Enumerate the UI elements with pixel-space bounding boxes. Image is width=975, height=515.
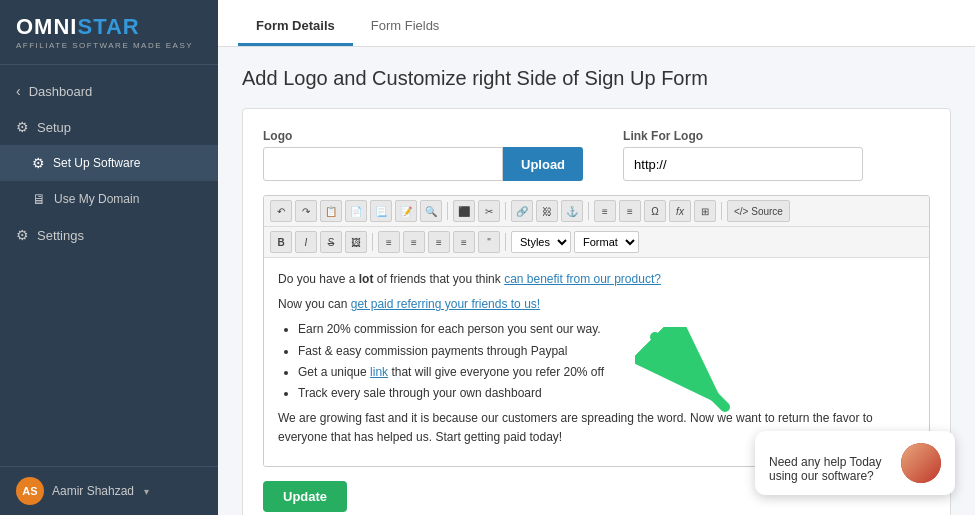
link-button[interactable]: 🔗: [511, 200, 533, 222]
username: Aamir Shahzad: [52, 484, 134, 498]
separator: [721, 202, 722, 220]
editor-toolbar-2: B I S 🖼 ≡ ≡ ≡ ≡ " Styles Format: [264, 227, 929, 258]
styles-select[interactable]: Styles: [511, 231, 571, 253]
separator: [505, 202, 506, 220]
chat-avatar: [901, 443, 941, 483]
separator: [588, 202, 589, 220]
sidebar-item-set-up-software[interactable]: ⚙ Set Up Software: [0, 145, 218, 181]
separator: [372, 233, 373, 251]
chat-bubble: Need any help Today using our software?: [755, 431, 955, 495]
link-group: Link For Logo: [623, 129, 863, 181]
paste-text-button[interactable]: 📃: [370, 200, 392, 222]
sidebar-item-label: Set Up Software: [53, 156, 140, 170]
editor-para-1: Do you have a lot of friends that you th…: [278, 270, 915, 289]
gear-icon: ⚙: [32, 155, 45, 171]
sidebar-item-label: Setup: [37, 120, 71, 135]
format-select[interactable]: Format: [574, 231, 639, 253]
sidebar-nav: ‹ Dashboard ⚙ Setup ⚙ Set Up Software 🖥 …: [0, 65, 218, 466]
chevron-left-icon: ‹: [16, 83, 21, 99]
editor-bullet-list: Earn 20% commission for each person you …: [278, 320, 915, 403]
link-label: Link For Logo: [623, 129, 863, 143]
update-button[interactable]: Update: [263, 481, 347, 512]
tab-form-fields[interactable]: Form Fields: [353, 8, 458, 46]
avatar: AS: [16, 477, 44, 505]
anchor-button[interactable]: ⚓: [561, 200, 583, 222]
sidebar-item-settings[interactable]: ⚙ Settings: [0, 217, 218, 253]
avatar-initials: AS: [22, 485, 37, 497]
paste-word-button[interactable]: 📝: [395, 200, 417, 222]
align-center-button[interactable]: ≡: [619, 200, 641, 222]
outdent-button[interactable]: ≡: [428, 231, 450, 253]
user-footer[interactable]: AS Aamir Shahzad ▾: [0, 466, 218, 515]
sidebar-item-dashboard[interactable]: ‹ Dashboard: [0, 73, 218, 109]
separator: [447, 202, 448, 220]
chat-avatar-image: [901, 443, 941, 483]
source-button[interactable]: </> Source: [727, 200, 790, 222]
image-button[interactable]: 🖼: [345, 231, 367, 253]
separator: [505, 233, 506, 251]
redo-button[interactable]: ↷: [295, 200, 317, 222]
logo-input[interactable]: [263, 147, 503, 181]
unlink-button[interactable]: ⛓: [536, 200, 558, 222]
tab-form-details[interactable]: Form Details: [238, 8, 353, 46]
ordered-list-button[interactable]: ≡: [378, 231, 400, 253]
chevron-down-icon: ▾: [144, 486, 149, 497]
chat-message: Need any help Today using our software?: [769, 455, 891, 483]
sidebar-item-label: Settings: [37, 228, 84, 243]
undo-button[interactable]: ↶: [270, 200, 292, 222]
editor-toolbar-1: ↶ ↷ 📋 📄 📃 📝 🔍 ⬛ ✂ 🔗 ⛓ ⚓ ≡ ≡: [264, 196, 929, 227]
sidebar-item-use-my-domain[interactable]: 🖥 Use My Domain: [0, 181, 218, 217]
sidebar: OMNISTAR AFFILIATE SOFTWARE MADE EASY ‹ …: [0, 0, 218, 515]
copy-button[interactable]: 📋: [320, 200, 342, 222]
settings-icon: ⚙: [16, 227, 29, 243]
upload-button[interactable]: Upload: [503, 147, 583, 181]
rich-text-editor: ↶ ↷ 📋 📄 📃 📝 🔍 ⬛ ✂ 🔗 ⛓ ⚓ ≡ ≡: [263, 195, 930, 467]
setup-icon: ⚙: [16, 119, 29, 135]
link-input[interactable]: [623, 147, 863, 181]
bullet-item-4: Track every sale through your own dashbo…: [298, 384, 915, 403]
main-content: Form Details Form Fields Add Logo and Cu…: [218, 0, 975, 515]
unordered-list-button[interactable]: ≡: [403, 231, 425, 253]
omega-button[interactable]: Ω: [644, 200, 666, 222]
logo-area: OMNISTAR AFFILIATE SOFTWARE MADE EASY: [0, 0, 218, 65]
select-all-button[interactable]: ⬛: [453, 200, 475, 222]
sidebar-item-label: Dashboard: [29, 84, 93, 99]
bullet-item-1: Earn 20% commission for each person you …: [298, 320, 915, 339]
paste-button[interactable]: 📄: [345, 200, 367, 222]
indent-button[interactable]: ≡: [453, 231, 475, 253]
align-left-button[interactable]: ≡: [594, 200, 616, 222]
logo-label: Logo: [263, 129, 583, 143]
page-title: Add Logo and Customize right Side of Sig…: [242, 67, 951, 90]
sidebar-item-label: Use My Domain: [54, 192, 139, 206]
remove-format-button[interactable]: ✂: [478, 200, 500, 222]
strikethrough-button[interactable]: S: [320, 231, 342, 253]
tabs-bar: Form Details Form Fields: [218, 0, 975, 47]
bold-button[interactable]: B: [270, 231, 292, 253]
table-button[interactable]: ⊞: [694, 200, 716, 222]
find-replace-button[interactable]: 🔍: [420, 200, 442, 222]
blockquote-button[interactable]: ": [478, 231, 500, 253]
brand-logo: OMNISTAR: [16, 14, 202, 40]
editor-para-2: Now you can get paid referring your frie…: [278, 295, 915, 314]
monitor-icon: 🖥: [32, 191, 46, 207]
logo-input-wrap: Upload: [263, 147, 583, 181]
italic-button[interactable]: I: [295, 231, 317, 253]
content-area: Add Logo and Customize right Side of Sig…: [218, 47, 975, 515]
bullet-item-2: Fast & easy commission payments through …: [298, 342, 915, 361]
bullet-item-3: Get a unique link that will give everyon…: [298, 363, 915, 382]
logo-group: Logo Upload: [263, 129, 583, 181]
sidebar-item-setup[interactable]: ⚙ Setup: [0, 109, 218, 145]
logo-link-row: Logo Upload Link For Logo: [263, 129, 930, 181]
brand-tagline: AFFILIATE SOFTWARE MADE EASY: [16, 41, 202, 50]
fx-button[interactable]: fx: [669, 200, 691, 222]
